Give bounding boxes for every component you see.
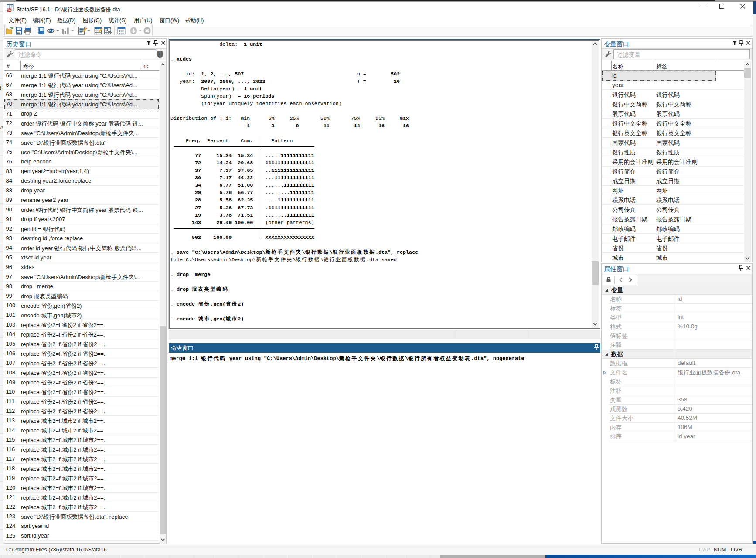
svg-text:16: 16: [7, 8, 11, 12]
